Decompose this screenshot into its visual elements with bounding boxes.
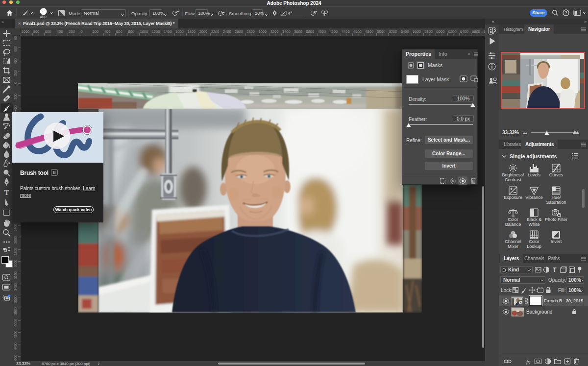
svg-text:Brightness/: Brightness/	[502, 172, 524, 177]
svg-text:Photo Filter: Photo Filter	[545, 217, 567, 222]
svg-text:Invert: Invert	[551, 239, 562, 244]
svg-text:White: White	[528, 222, 539, 227]
svg-text:Saturation: Saturation	[546, 200, 566, 205]
svg-text:Black &: Black &	[527, 217, 542, 222]
svg-text:Mixer: Mixer	[508, 244, 518, 249]
svg-text:Contrast: Contrast	[505, 177, 522, 182]
svg-text:Color: Color	[508, 217, 518, 222]
svg-text:Vibrance: Vibrance	[525, 195, 542, 200]
svg-text:Balance: Balance	[505, 222, 521, 227]
svg-text:Exposure: Exposure	[504, 195, 522, 200]
svg-text:T: T	[553, 267, 557, 273]
svg-text:Channel: Channel	[505, 239, 521, 244]
svg-text:Lookup: Lookup	[527, 244, 541, 249]
svg-text:Color: Color	[529, 239, 539, 244]
svg-text:T: T	[4, 189, 9, 196]
svg-text:Hue/: Hue/	[551, 195, 561, 200]
svg-text:Curves: Curves	[549, 172, 564, 177]
svg-text:?: ?	[564, 10, 567, 15]
svg-text:fx: fx	[526, 359, 530, 365]
svg-text:Levels: Levels	[528, 172, 541, 177]
